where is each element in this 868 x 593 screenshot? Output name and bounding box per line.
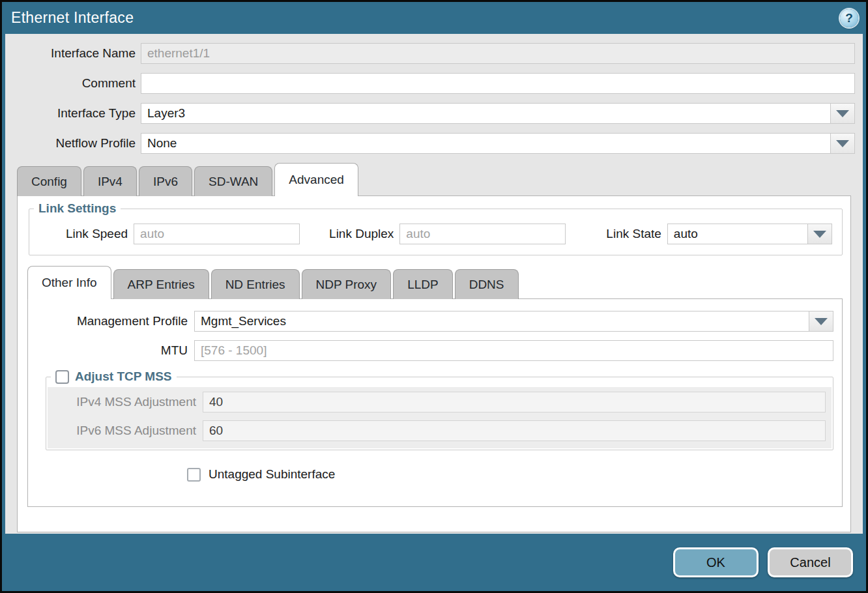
- mss-disabled-block: IPv4 MSS Adjustment IPv6 MSS Adjustment: [48, 387, 832, 448]
- tab-config[interactable]: Config: [17, 166, 81, 196]
- netflow-profile-label: Netflow Profile: [12, 136, 136, 151]
- interface-type-row: Interface Type: [12, 103, 855, 124]
- tab-sdwan[interactable]: SD-WAN: [194, 166, 272, 196]
- netflow-profile-dropdown[interactable]: [141, 133, 855, 154]
- mtu-label: MTU: [28, 343, 188, 358]
- help-icon[interactable]: ?: [840, 9, 858, 27]
- management-profile-label: Management Profile: [28, 314, 188, 328]
- main-tab-strip: Config IPv4 IPv6 SD-WAN Advanced: [12, 163, 856, 196]
- link-settings-legend: Link Settings: [34, 201, 121, 216]
- comment-row: Comment: [12, 73, 855, 94]
- tab-nd-entries[interactable]: ND Entries: [211, 269, 300, 299]
- title-bar: Ethernet Interface ?: [2, 2, 866, 34]
- ipv4-mss-input: [203, 392, 826, 412]
- dialog-footer: OK Cancel: [2, 534, 866, 591]
- adjust-tcp-mss-label: Adjust TCP MSS: [75, 369, 172, 384]
- comment-label: Comment: [12, 76, 136, 91]
- link-settings-row: Link Speed Link Duplex Link State: [29, 218, 842, 244]
- chevron-down-icon: [815, 318, 828, 325]
- management-profile-value[interactable]: [194, 311, 809, 332]
- untagged-subinterface-row: Untagged Subinterface: [187, 467, 842, 482]
- ok-button[interactable]: OK: [673, 547, 759, 577]
- interface-type-dropdown[interactable]: [141, 103, 855, 124]
- tab-ddns[interactable]: DDNS: [455, 269, 519, 299]
- dialog-title: Ethernet Interface: [11, 9, 134, 27]
- ipv4-mss-row: IPv4 MSS Adjustment: [48, 392, 826, 412]
- cancel-button[interactable]: Cancel: [768, 547, 853, 577]
- link-duplex-label: Link Duplex: [329, 227, 394, 241]
- other-info-panel: Management Profile MTU Adjust TCP MSS: [27, 298, 843, 507]
- chevron-down-icon: [813, 231, 826, 238]
- interface-name-input: [141, 43, 855, 64]
- adjust-tcp-mss-checkbox[interactable]: [55, 370, 69, 384]
- ipv6-mss-row: IPv6 MSS Adjustment: [48, 420, 826, 441]
- tab-arp-entries[interactable]: ARP Entries: [113, 269, 209, 299]
- tab-lldp[interactable]: LLDP: [393, 269, 453, 299]
- management-profile-dropdown[interactable]: [194, 311, 833, 332]
- adjust-tcp-mss-fieldset: Adjust TCP MSS IPv4 MSS Adjustment IPv6 …: [46, 369, 833, 450]
- interface-type-value[interactable]: [141, 103, 830, 124]
- untagged-subinterface-checkbox[interactable]: [187, 468, 201, 482]
- link-speed-input[interactable]: [134, 224, 300, 244]
- management-profile-row: Management Profile: [28, 311, 833, 332]
- interface-type-dropdown-button[interactable]: [830, 103, 855, 124]
- tab-ipv6[interactable]: IPv6: [139, 166, 192, 196]
- netflow-profile-value[interactable]: [141, 133, 830, 154]
- netflow-profile-row: Netflow Profile: [12, 133, 855, 154]
- link-state-label: Link State: [606, 227, 661, 241]
- ethernet-interface-dialog: Ethernet Interface ? Interface Name Comm…: [0, 0, 868, 593]
- chevron-down-icon: [836, 110, 849, 117]
- advanced-tab-panel: Link Settings Link Speed Link Duplex Lin…: [17, 195, 851, 532]
- mtu-row: MTU: [28, 340, 833, 361]
- link-settings-fieldset: Link Settings Link Speed Link Duplex Lin…: [29, 201, 843, 255]
- comment-input[interactable]: [141, 73, 855, 94]
- chevron-down-icon: [836, 140, 849, 147]
- ipv6-mss-input: [203, 420, 826, 441]
- interface-type-label: Interface Type: [12, 106, 136, 121]
- interface-name-label: Interface Name: [12, 46, 136, 61]
- tab-other-info[interactable]: Other Info: [27, 266, 111, 299]
- ipv6-mss-label: IPv6 MSS Adjustment: [48, 424, 196, 438]
- ipv4-mss-label: IPv4 MSS Adjustment: [48, 395, 196, 409]
- mtu-input[interactable]: [194, 340, 833, 361]
- dialog-body: Interface Name Comment Interface Type Ne…: [5, 34, 863, 534]
- link-state-dropdown-button[interactable]: [807, 224, 832, 244]
- netflow-profile-dropdown-button[interactable]: [830, 133, 855, 154]
- link-speed-label: Link Speed: [66, 227, 128, 241]
- tab-ipv4[interactable]: IPv4: [83, 166, 137, 196]
- untagged-subinterface-label: Untagged Subinterface: [209, 467, 335, 482]
- tab-ndp-proxy[interactable]: NDP Proxy: [302, 269, 392, 299]
- sub-tab-strip: Other Info ARP Entries ND Entries NDP Pr…: [18, 266, 850, 299]
- management-profile-dropdown-button[interactable]: [809, 311, 833, 332]
- link-duplex-input[interactable]: [399, 224, 566, 244]
- interface-name-row: Interface Name: [12, 43, 855, 64]
- adjust-tcp-mss-legend: Adjust TCP MSS: [51, 369, 177, 384]
- link-state-dropdown[interactable]: [667, 224, 832, 244]
- tab-advanced[interactable]: Advanced: [274, 163, 358, 196]
- link-state-value[interactable]: [667, 224, 807, 244]
